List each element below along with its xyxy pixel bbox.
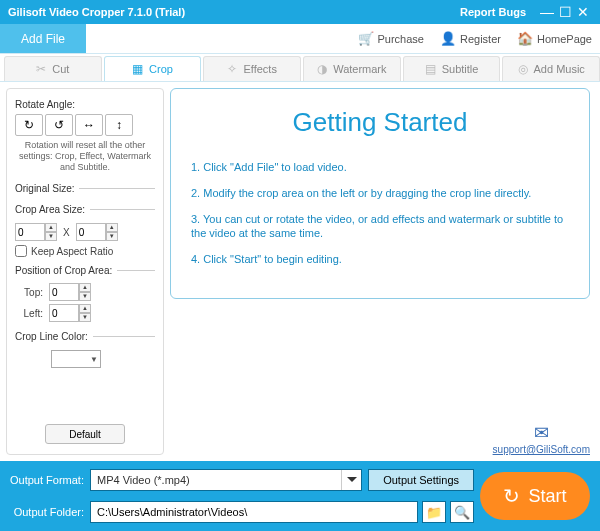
- top-up[interactable]: ▲: [79, 283, 91, 292]
- crop-icon: ▦: [132, 62, 143, 76]
- crop-size-section: Crop Area Size: ▲▼ X ▲▼ Keep Aspect Rati…: [15, 204, 155, 259]
- crop-width-spinner[interactable]: ▲▼: [15, 223, 57, 241]
- left-input[interactable]: [49, 304, 79, 322]
- left-up[interactable]: ▲: [79, 304, 91, 313]
- subtitle-icon: ▤: [425, 62, 436, 76]
- crop-position-legend: Position of Crop Area:: [15, 265, 117, 276]
- crop-color-section: Crop Line Color: ▼: [15, 331, 155, 372]
- register-link[interactable]: 👤 Register: [432, 24, 509, 53]
- output-settings-button[interactable]: Output Settings: [368, 469, 474, 491]
- top-label: Top:: [15, 287, 43, 298]
- output-format-label: Output Format:: [10, 474, 84, 486]
- left-down[interactable]: ▼: [79, 313, 91, 322]
- music-icon: ◎: [518, 62, 528, 76]
- support-link[interactable]: support@GiliSoft.com: [493, 444, 590, 455]
- output-format-select[interactable]: MP4 Video (*.mp4): [90, 469, 362, 491]
- chevron-down-icon[interactable]: [341, 470, 361, 490]
- search-icon: 🔍: [454, 505, 470, 520]
- find-folder-button[interactable]: 🔍: [450, 501, 474, 523]
- purchase-label: Purchase: [378, 33, 424, 45]
- crop-height-up[interactable]: ▲: [106, 223, 118, 232]
- tab-subtitle[interactable]: ▤Subtitle: [403, 56, 501, 81]
- original-size-section: Original Size:: [15, 183, 155, 198]
- effects-icon: ✧: [227, 62, 237, 76]
- folder-icon: 📁: [426, 505, 442, 520]
- crop-side-panel: Rotate Angle: ↻ ↺ ↔ ↕ Rotation will rese…: [6, 88, 164, 455]
- original-size-legend: Original Size:: [15, 183, 79, 194]
- close-button[interactable]: ✕: [574, 4, 592, 20]
- gs-step-3: 3. You can cut or rotate the video, or a…: [191, 212, 569, 240]
- maximize-button[interactable]: ☐: [556, 4, 574, 20]
- flip-horizontal-button[interactable]: ↔: [75, 114, 103, 136]
- rotate-cw-button[interactable]: ↻: [15, 114, 43, 136]
- tab-crop[interactable]: ▦Crop: [104, 56, 202, 81]
- add-file-button[interactable]: Add File: [0, 24, 86, 53]
- keep-aspect-checkbox[interactable]: Keep Aspect Ratio: [15, 245, 155, 257]
- mail-icon: ✉: [493, 422, 590, 444]
- crop-width-input[interactable]: [15, 223, 45, 241]
- report-bugs-link[interactable]: Report Bugs: [460, 6, 526, 18]
- content-area: Getting Started 1. Click "Add File" to l…: [170, 88, 590, 455]
- cart-icon: 🛒: [358, 31, 374, 46]
- app-title: Gilisoft Video Cropper 7.1.0 (Trial): [8, 6, 185, 18]
- title-bar: Gilisoft Video Cropper 7.1.0 (Trial) Rep…: [0, 0, 600, 24]
- getting-started-panel: Getting Started 1. Click "Add File" to l…: [170, 88, 590, 299]
- top-input[interactable]: [49, 283, 79, 301]
- support-block: ✉ support@GiliSoft.com: [493, 422, 590, 455]
- output-folder-label: Output Folder:: [10, 506, 84, 518]
- home-icon: 🏠: [517, 31, 533, 46]
- homepage-link[interactable]: 🏠 HomePage: [509, 24, 600, 53]
- color-picker[interactable]: ▼: [51, 350, 101, 368]
- start-button[interactable]: ↻Start: [480, 472, 590, 520]
- tab-add-music[interactable]: ◎Add Music: [502, 56, 600, 81]
- top-down[interactable]: ▼: [79, 292, 91, 301]
- gs-step-1: 1. Click "Add File" to load video.: [191, 160, 569, 174]
- watermark-icon: ◑: [317, 62, 327, 76]
- top-toolbar: Add File 🛒 Purchase 👤 Register 🏠 HomePag…: [0, 24, 600, 54]
- minimize-button[interactable]: —: [538, 4, 556, 20]
- flip-vertical-button[interactable]: ↕: [105, 114, 133, 136]
- output-folder-input[interactable]: [90, 501, 418, 523]
- crop-color-legend: Crop Line Color:: [15, 331, 93, 342]
- keep-aspect-input[interactable]: [15, 245, 27, 257]
- chevron-down-icon: ▼: [90, 355, 98, 364]
- crop-width-down[interactable]: ▼: [45, 232, 57, 241]
- gs-step-2: 2. Modify the crop area on the left or b…: [191, 186, 569, 200]
- crop-width-up[interactable]: ▲: [45, 223, 57, 232]
- crop-height-spinner[interactable]: ▲▼: [76, 223, 118, 241]
- crop-height-down[interactable]: ▼: [106, 232, 118, 241]
- getting-started-title: Getting Started: [191, 107, 569, 138]
- gs-step-4: 4. Click "Start" to begin editing.: [191, 252, 569, 266]
- top-spinner[interactable]: ▲▼: [49, 283, 91, 301]
- default-button[interactable]: Default: [45, 424, 125, 444]
- register-icon: 👤: [440, 31, 456, 46]
- tool-tabs: ✂Cut ▦Crop ✧Effects ◑Watermark ▤Subtitle…: [0, 54, 600, 82]
- bottom-bar: Output Format: MP4 Video (*.mp4) Output …: [0, 461, 600, 531]
- tab-effects[interactable]: ✧Effects: [203, 56, 301, 81]
- rotate-note: Rotation will reset all the other settin…: [15, 140, 155, 173]
- crop-size-legend: Crop Area Size:: [15, 204, 90, 215]
- left-spinner[interactable]: ▲▼: [49, 304, 91, 322]
- browse-folder-button[interactable]: 📁: [422, 501, 446, 523]
- crop-height-input[interactable]: [76, 223, 106, 241]
- refresh-icon: ↻: [503, 484, 520, 508]
- crop-position-section: Position of Crop Area: Top: ▲▼ Left: ▲▼: [15, 265, 155, 325]
- x-label: X: [63, 227, 70, 238]
- tab-cut[interactable]: ✂Cut: [4, 56, 102, 81]
- output-format-value: MP4 Video (*.mp4): [97, 474, 190, 486]
- homepage-label: HomePage: [537, 33, 592, 45]
- tab-watermark[interactable]: ◑Watermark: [303, 56, 401, 81]
- purchase-link[interactable]: 🛒 Purchase: [350, 24, 432, 53]
- cut-icon: ✂: [36, 62, 46, 76]
- rotate-section: Rotate Angle: ↻ ↺ ↔ ↕ Rotation will rese…: [15, 99, 155, 177]
- register-label: Register: [460, 33, 501, 45]
- rotate-ccw-button[interactable]: ↺: [45, 114, 73, 136]
- main-area: Rotate Angle: ↻ ↺ ↔ ↕ Rotation will rese…: [0, 82, 600, 461]
- rotate-legend: Rotate Angle:: [15, 99, 80, 110]
- left-label: Left:: [15, 308, 43, 319]
